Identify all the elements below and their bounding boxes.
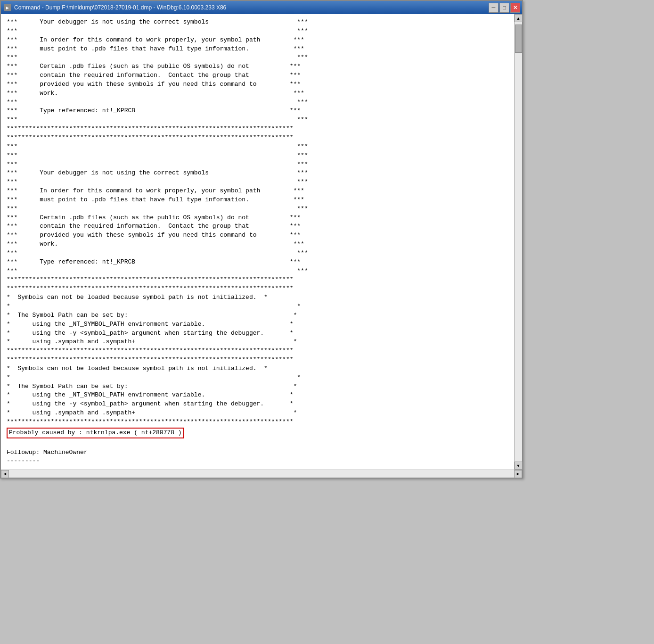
output-line: *** *** [7, 205, 308, 212]
output-line: *** provided you with these symbols if y… [7, 231, 301, 239]
output-line: *** In order for this command to work pr… [7, 36, 304, 43]
output-line: * using the -y <symbol_path> argument wh… [7, 400, 294, 407]
output-line: *** contain the required information. Co… [7, 223, 301, 230]
output-line: ****************************************… [7, 125, 294, 132]
output-line: *** work. *** [7, 240, 304, 248]
scroll-right-arrow[interactable]: ► [514, 470, 522, 478]
output-line: ****************************************… [7, 134, 294, 141]
output-line: * using the _NT_SYMBOL_PATH environment … [7, 321, 294, 328]
content-area: *** Your debugger is not using the corre… [1, 14, 522, 470]
output-line: *** Certain .pdb files (such as the publ… [7, 214, 301, 221]
main-window: ► Command - Dump F:\minidump\072018-2701… [0, 0, 523, 479]
output-line: * using .sympath and .sympath+ * [7, 338, 297, 345]
output-line: *** *** [7, 161, 308, 168]
scroll-up-arrow[interactable]: ▲ [515, 14, 523, 22]
output-line: *** work. *** [7, 90, 304, 97]
output-line: *** *** [7, 178, 308, 185]
scroll-thumb[interactable] [515, 25, 522, 53]
output-line: * using the _NT_SYMBOL_PATH environment … [7, 391, 294, 398]
output-line: *** Your debugger is not using the corre… [7, 169, 308, 176]
output-line: *** *** [7, 249, 308, 256]
output-line: *** Type referenced: nt!_KPRCB *** [7, 107, 301, 114]
output-line: *** Your debugger is not using the corre… [7, 18, 308, 25]
output-line: *** *** [7, 152, 308, 159]
output-line: * * [7, 374, 301, 381]
output-line: *** provided you with these symbols if y… [7, 81, 301, 88]
output-line: *** *** [7, 99, 308, 106]
output-line: * Symbols can not be loaded because symb… [7, 294, 268, 301]
output-line: *** *** [7, 143, 308, 150]
minimize-button[interactable]: ─ [489, 3, 499, 13]
separator-line: --------- [7, 457, 40, 464]
output-line: *** must point to .pdb files that have f… [7, 196, 304, 203]
scroll-track[interactable] [515, 22, 522, 462]
output-line: *** *** [7, 27, 308, 34]
output-line: ****************************************… [7, 347, 294, 354]
window-title: Command - Dump F:\minidump\072018-27019-… [14, 4, 226, 11]
output-line: *** contain the required information. Co… [7, 72, 301, 79]
output-line: * The Symbol Path can be set by: * [7, 383, 297, 390]
scroll-left-arrow[interactable]: ◄ [1, 470, 9, 478]
output-line: * using the -y <symbol_path> argument wh… [7, 330, 294, 337]
vertical-scrollbar[interactable]: ▲ ▼ [514, 14, 522, 470]
followup-line: Followup: MachineOwner [7, 449, 88, 456]
output-line: ****************************************… [7, 418, 294, 425]
output-line: * * [7, 303, 301, 310]
output-line: *** Certain .pdb files (such as the publ… [7, 63, 301, 70]
output-line: * Symbols can not be loaded because symb… [7, 365, 268, 372]
title-bar: ► Command - Dump F:\minidump\072018-2701… [1, 1, 522, 14]
highlighted-line: Probably caused by : ntkrnlpa.exe ( nt+2… [7, 428, 184, 438]
output-line: *** Type referenced: nt!_KPRCB *** [7, 258, 301, 265]
output-line: *** *** [7, 54, 308, 61]
output-line: *** must point to .pdb files that have f… [7, 45, 304, 52]
title-bar-left: ► Command - Dump F:\minidump\072018-2701… [4, 4, 226, 11]
output-line: * using .sympath and .sympath+ * [7, 409, 297, 416]
output-line: * The Symbol Path can be set by: * [7, 312, 297, 319]
output-line: ****************************************… [7, 276, 294, 283]
output-line: *** *** [7, 267, 308, 274]
close-button[interactable]: ✕ [510, 3, 520, 13]
title-bar-controls: ─ □ ✕ [489, 3, 520, 13]
debug-output: *** Your debugger is not using the corre… [1, 14, 514, 470]
h-scroll-track[interactable] [9, 470, 514, 478]
output-line: *** *** [7, 116, 308, 123]
scroll-down-arrow[interactable]: ▼ [515, 462, 523, 470]
maximize-button[interactable]: □ [499, 3, 509, 13]
app-icon: ► [4, 4, 11, 11]
output-line: ****************************************… [7, 356, 294, 363]
output-line: *** In order for this command to work pr… [7, 187, 304, 194]
output-line: ****************************************… [7, 285, 294, 292]
horizontal-scrollbar[interactable]: ◄ ► [1, 470, 522, 478]
